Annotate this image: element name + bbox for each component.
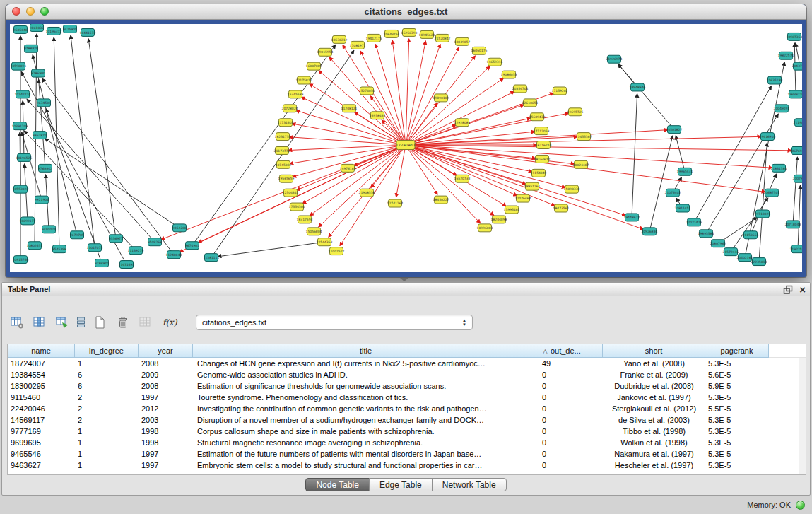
cell-name: 22420046 <box>8 403 75 414</box>
graph-edge[interactable] <box>406 145 792 151</box>
table-row[interactable]: 969969511998Structural magnetic resonanc… <box>8 437 806 448</box>
graph-node-label: 18164612 <box>534 158 551 161</box>
cell-out-degree: 49 <box>539 358 603 369</box>
table-mode-button[interactable] <box>8 313 26 332</box>
cell-out-degree: 0 <box>539 392 603 403</box>
table-row[interactable]: 946362711997Embryonic stem cells: a mode… <box>8 460 806 471</box>
cell-short: Jankovic et al. (1997) <box>603 392 705 403</box>
graph-edge[interactable] <box>676 136 685 172</box>
graph-node-label: 9768842 <box>38 167 52 170</box>
float-panel-icon[interactable] <box>783 285 793 295</box>
graph-edge[interactable] <box>406 145 625 216</box>
cell-title: Structural magnetic resonance image aver… <box>193 437 539 448</box>
graph-edge[interactable] <box>406 145 494 216</box>
graph-edge[interactable] <box>71 35 95 247</box>
graph-edge[interactable] <box>302 145 406 204</box>
table-selector[interactable]: citations_edges.txt ▲▼ <box>196 315 473 330</box>
new-column-button[interactable] <box>91 313 110 332</box>
graph-node-label: 20437120 <box>792 64 802 68</box>
cell-pagerank: 5.9E-5 <box>705 380 769 392</box>
table-row[interactable]: 946554611997Estimation of the future num… <box>8 448 806 460</box>
table-row[interactable]: 911546021997Tourette syndrome. Phenomeno… <box>8 392 806 403</box>
graph-edge[interactable] <box>192 45 336 245</box>
table-row[interactable]: 2242004622012Investigating the contribut… <box>8 403 806 414</box>
cell-title: Embryonic stem cells: a model to study s… <box>193 460 539 471</box>
tab-edge-table[interactable]: Edge Table <box>369 478 433 491</box>
graph-node-label: 18676988 <box>790 149 802 153</box>
delete-column-button[interactable] <box>114 313 132 332</box>
graph-node-label: 10441572 <box>80 31 96 35</box>
graph-edge[interactable] <box>88 39 116 238</box>
graph-node-label: 9605048 <box>13 28 28 32</box>
graph-edge[interactable] <box>406 78 504 145</box>
node-table: name in_degree year title △out_de... sho… <box>7 344 806 475</box>
graph-node-label: 10742274 <box>15 93 31 96</box>
graph-node-label: 17240461 <box>396 143 416 147</box>
table-row[interactable]: 977716911998Corpus callosum shape and si… <box>8 426 806 437</box>
graph-edge[interactable] <box>218 242 324 257</box>
graph-node-label: 19416910 <box>760 135 776 139</box>
graph-edge[interactable] <box>329 57 406 145</box>
column-header-short[interactable]: short <box>603 344 705 358</box>
graph-node-label: 9862872 <box>33 134 47 137</box>
graph-node-label: 19339270 <box>788 93 802 96</box>
graph-edge[interactable] <box>759 143 767 262</box>
graph-edge[interactable] <box>35 34 37 245</box>
window-titlebar[interactable]: citations_edges.txt <box>6 4 806 20</box>
graph-edge[interactable] <box>798 185 801 249</box>
graph-node-label: 12741264 <box>387 201 404 205</box>
graph-node-label: 19822571 <box>778 54 794 57</box>
network-canvas-svg[interactable]: 1724046118530212190159541600708912175811… <box>10 24 802 272</box>
graph-edge[interactable] <box>694 86 772 222</box>
graph-node-label: 16938437 <box>370 114 386 117</box>
graph-edge[interactable] <box>319 71 406 146</box>
show-columns-button[interactable] <box>30 313 49 332</box>
row-height-button[interactable] <box>76 313 87 332</box>
table-scrollbar[interactable] <box>799 358 806 474</box>
table-toolbar: f(x) citations_edges.txt ▲▼ <box>8 311 473 334</box>
graph-node-label: 20926834 <box>642 230 658 233</box>
graph-node-label: 21926974 <box>606 57 623 61</box>
column-header-pagerank[interactable]: pagerank <box>705 344 769 358</box>
column-header-out-degree[interactable]: △out_de... <box>539 344 603 358</box>
graph-node-label: 9356977 <box>109 237 123 240</box>
graph-node-label: 19015954 <box>317 50 334 54</box>
column-header-year[interactable]: year <box>139 344 193 358</box>
table-row[interactable]: 1938455462009Genome-wide association stu… <box>8 369 806 380</box>
graph-edge[interactable] <box>731 198 768 252</box>
table-row[interactable]: 1872400712008Changes of HCN gene express… <box>8 358 806 369</box>
tab-node-table[interactable]: Node Table <box>305 478 370 491</box>
graph-edge[interactable] <box>42 78 174 255</box>
graph-edge[interactable] <box>289 137 406 145</box>
table-row[interactable]: 1456911722003Disruption of a novel membe… <box>8 414 806 426</box>
graph-node-label: 12610651 <box>522 101 539 105</box>
import-table-button[interactable] <box>136 313 155 332</box>
graph-node-label: 10915768 <box>13 258 29 262</box>
function-builder-button[interactable]: f(x) <box>159 313 182 332</box>
cell-year: 2009 <box>139 369 193 380</box>
tab-network-table[interactable]: Network Table <box>432 478 507 491</box>
select-mode-icon <box>55 315 69 329</box>
graph-node-label: 11017075 <box>87 246 103 250</box>
network-canvas[interactable]: 1724046118530212190159541600708912175811… <box>10 24 802 272</box>
column-header-in-degree[interactable]: in_degree <box>75 344 139 358</box>
column-header-name[interactable]: name <box>8 344 75 358</box>
graph-node-label: 19718021 <box>755 212 771 216</box>
select-mode-button[interactable] <box>53 313 71 332</box>
graph-edge[interactable] <box>406 91 514 145</box>
graph-edge[interactable] <box>45 139 180 228</box>
panel-splitter[interactable] <box>0 277 812 282</box>
column-header-title[interactable]: title <box>193 344 539 358</box>
close-panel-icon[interactable]: × <box>799 284 806 295</box>
table-row[interactable]: 1830029562008Estimation of significance … <box>8 380 806 392</box>
graph-edge[interactable] <box>343 45 406 145</box>
graph-node-label: 21908536 <box>359 191 375 194</box>
graph-edge[interactable] <box>649 136 673 231</box>
graph-edge[interactable] <box>632 93 637 217</box>
graph-edge[interactable] <box>793 157 797 224</box>
graph-node-label: 10553022 <box>13 187 29 191</box>
graph-edge[interactable] <box>376 44 406 145</box>
graph-node-label: 10391209 <box>12 124 28 128</box>
graph-node-label: 11248048 <box>166 253 182 257</box>
cell-short: Stergiakouli et al. (2012) <box>603 403 705 414</box>
